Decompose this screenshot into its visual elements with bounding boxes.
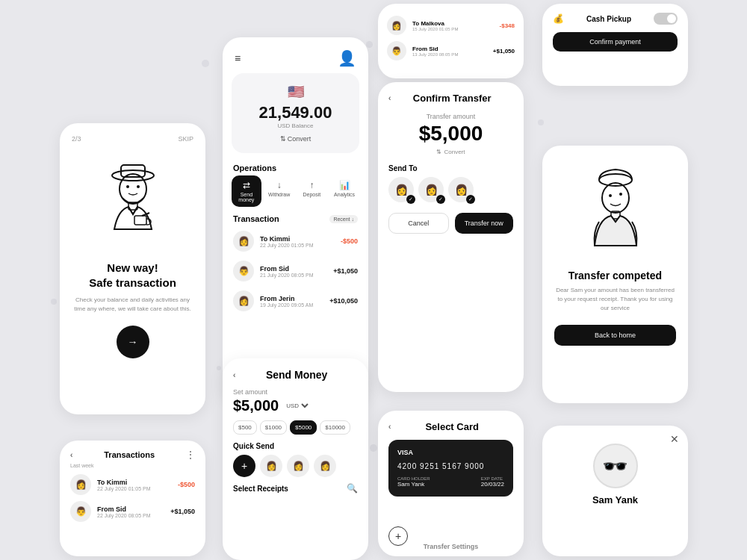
recent-badge[interactable]: Recent ↓	[329, 215, 358, 223]
contact-avatar-2[interactable]: 👩	[287, 455, 309, 477]
select-card-nav: ‹ Select Card	[388, 421, 513, 432]
set-amount-label: Set amount	[233, 388, 358, 396]
tx-hist-sid[interactable]: 👨 From Sid 13 July 2020 08:05 PM +$1,050	[387, 38, 515, 63]
back-button[interactable]: ‹	[70, 451, 72, 459]
convert-small-icon: ⇅	[436, 149, 441, 155]
send-money-nav: ‹ Send Money	[233, 369, 358, 381]
svg-rect-6	[134, 216, 146, 225]
completed-illustration	[578, 164, 653, 261]
add-recipient-button[interactable]: +	[233, 455, 255, 477]
tx-list-item-kimmi[interactable]: 👩 To Kimmi 22 July 2020 01:05 PM -$500	[70, 471, 195, 498]
completed-description: Dear Sam your amount has been transferre…	[554, 286, 676, 313]
onboarding-description: Check your balance and daily activities …	[72, 296, 193, 314]
cash-pickup-toggle[interactable]	[654, 13, 678, 25]
contact-avatar-1[interactable]: 👩	[260, 455, 282, 477]
search-receipts-button[interactable]: 🔍	[347, 483, 358, 494]
send-icon: ⇄	[243, 180, 250, 190]
svg-point-9	[609, 194, 612, 197]
convert-button[interactable]: ⇅ Convert	[280, 135, 311, 143]
deposit-op-button[interactable]: ↑ Deposit	[297, 175, 327, 207]
profile-close-button[interactable]: ✕	[670, 433, 679, 445]
transactions-title: Transaction	[233, 214, 279, 223]
onboarding-title: New way! Safe transaction	[89, 261, 176, 290]
pagination: 2/3 SKIP	[72, 135, 193, 143]
profile-screen: ✕ 🕶️ Sam Yank	[542, 426, 688, 556]
tx-name-jerin: From Jerin	[260, 295, 323, 302]
tx-item-kimmi[interactable]: 👩 To Kimmi 22 July 2020 01:05 PM -$500	[223, 226, 368, 256]
profile-content: 🕶️ Sam Yank	[553, 436, 678, 505]
recipient-avatar-3[interactable]: 👩 ✓	[448, 177, 474, 202]
tx-list-avatar-kimmi: 👩	[70, 474, 91, 495]
recipients-row: 👩 ✓ 👩 ✓ 👩 ✓	[388, 177, 513, 202]
tx-list-avatar-sid: 👨	[70, 501, 91, 522]
tx-hist-avatar-sid: 👨	[387, 41, 406, 60]
quick-send-title: Quick Send	[233, 442, 358, 450]
confirm-payment-button[interactable]: Confirm payment	[553, 32, 678, 52]
profile-avatar-large: 🕶️	[593, 444, 638, 488]
confirm-transfer-title: Confirm Transfer	[391, 93, 513, 104]
svg-point-7	[599, 174, 632, 186]
cash-pickup-icon: 💰	[553, 13, 564, 24]
select-receipts-row: Select Receipts 🔍	[233, 483, 358, 494]
recipient-avatar-2[interactable]: 👩 ✓	[418, 177, 444, 202]
select-card-screen: ‹ Select Card VISA 4200 9251 5167 9000 C…	[378, 411, 524, 556]
transfer-settings-label: Transfer Settings	[378, 543, 524, 550]
tx-list-item-sid[interactable]: 👨 From Sid 22 July 2020 08:05 PM +$1,050	[70, 498, 195, 525]
menu-icon[interactable]: ≡	[235, 52, 241, 64]
tx-hist-malkova[interactable]: 👩 To Malkova 15 July 2020 01:05 PM -$348	[387, 13, 515, 38]
recipient-avatar-1[interactable]: 👩 ✓	[388, 177, 414, 202]
confirm-transfer-screen: ‹ Confirm Transfer Transfer amount $5,00…	[378, 82, 524, 392]
currency-select[interactable]: USD EUR	[283, 402, 311, 410]
back-to-home-button[interactable]: Back to home	[554, 325, 676, 346]
tx-item-jerin[interactable]: 👩 From Jerin 19 July 2020 09:05 AM +$10,…	[223, 286, 368, 316]
convert-small: ⇅ Convert	[388, 149, 513, 155]
contact-avatar-3[interactable]: 👩	[314, 455, 336, 477]
transactions-screen-title: Transactions	[104, 450, 155, 459]
next-button[interactable]: →	[117, 326, 149, 358]
tx-hist-amount-sid: +$1,050	[493, 48, 515, 55]
tx-date-kimmi: 22 July 2020 01:05 PM	[260, 243, 335, 248]
send-to-title: Send To	[388, 164, 513, 172]
more-options-button[interactable]: ⋮	[186, 449, 195, 460]
tx-date-jerin: 19 July 2020 09:05 AM	[260, 302, 323, 308]
tx-hist-amount-malkova: -$348	[500, 22, 515, 29]
deposit-icon: ↑	[309, 180, 314, 190]
cancel-button[interactable]: Cancel	[388, 213, 449, 234]
preset-10000[interactable]: $10000	[320, 420, 350, 435]
send-money-amount: $5,000 USD EUR	[233, 397, 358, 414]
withdraw-op-button[interactable]: ↓ Withdraw	[264, 175, 294, 207]
svg-point-0	[112, 170, 154, 181]
profile-avatar[interactable]: 👤	[338, 49, 356, 67]
tx-amount-jerin: +$10,050	[329, 297, 358, 305]
cash-pickup-label: Cash Pickup	[586, 15, 631, 23]
preset-1000[interactable]: $1000	[260, 420, 287, 435]
withdraw-icon: ↓	[277, 180, 282, 190]
analytics-icon: 📊	[339, 180, 350, 190]
transfer-now-button[interactable]: Transfer now	[455, 213, 514, 234]
balance-amount: 21,549.00	[242, 103, 349, 122]
dashboard-header: ≡ 👤	[223, 37, 368, 73]
svg-point-8	[602, 183, 629, 213]
check-icon-1: ✓	[406, 195, 415, 204]
card-visa-label: VISA	[397, 449, 504, 456]
tx-avatar-sid: 👨	[233, 261, 254, 281]
tx-item-sid[interactable]: 👨 From Sid 21 July 2020 08:05 PM +$1,050	[223, 256, 368, 286]
cash-pickup-row: 💰 Cash Pickup	[553, 13, 678, 25]
cash-pickup-screen: 💰 Cash Pickup Confirm payment	[542, 4, 688, 86]
analytics-op-button[interactable]: 📊 Analytics	[329, 175, 359, 207]
send-money-op-button[interactable]: ⇄ Send money	[232, 175, 261, 207]
onboarding-screen: 2/3 SKIP	[60, 123, 205, 414]
completed-title: Transfer competed	[568, 270, 662, 281]
dashboard-screen: ≡ 👤 🇺🇸 21,549.00 USD Balance ⇅ Convert O…	[223, 37, 368, 403]
tx-name-sid: From Sid	[260, 265, 327, 273]
preset-5000[interactable]: $5000	[290, 420, 317, 435]
operations-title: Operations	[223, 159, 368, 175]
preset-500[interactable]: $500	[233, 420, 257, 435]
profile-name: Sam Yank	[592, 494, 638, 505]
transfer-action-buttons: Cancel Transfer now	[388, 213, 513, 234]
operations-grid: ⇄ Send money ↓ Withdraw ↑ Deposit 📊 Anal…	[223, 175, 368, 213]
svg-point-10	[619, 193, 622, 196]
tx-amount-sid: +$1,050	[333, 267, 358, 275]
transactions-screen: ‹ Transactions ⋮ Last week 👩 To Kimmi 22…	[60, 441, 205, 556]
tx-avatar-kimmi: 👩	[233, 231, 254, 252]
